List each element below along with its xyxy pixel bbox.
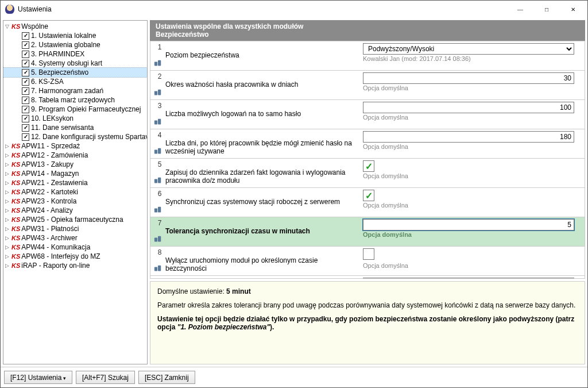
chevron-right-icon[interactable] [3, 143, 10, 149]
checkbox-icon[interactable] [22, 32, 29, 40]
checkbox-icon[interactable] [22, 41, 29, 49]
tree-module-4[interactable]: KS APW21 - Zestawienia [3, 178, 147, 187]
checkbox-icon[interactable] [22, 124, 29, 132]
tree-module-7[interactable]: KS APW24 - Analizy [3, 206, 147, 215]
tree-item-6[interactable]: 7. Harmonogram zadań [3, 86, 147, 95]
tree-item-label: 2. Ustawienia globalne [31, 40, 100, 49]
setting-row-8[interactable]: 8 Wyłącz uruchomiony moduł po określonym… [150, 247, 585, 276]
svg-rect-15 [158, 266, 161, 271]
chevron-right-icon[interactable] [3, 244, 10, 251]
tree-module-13[interactable]: KS iRAP - Raporty on-line [3, 261, 147, 270]
setting-hint: Opcja domyślna [363, 262, 574, 269]
settings-list[interactable]: 1 Poziom bezpieczeństwa Podwyższony/Wyso… [150, 41, 585, 279]
svg-rect-6 [154, 149, 157, 153]
setting-row-1[interactable]: 1 Poziom bezpieczeństwa Podwyższony/Wyso… [150, 41, 585, 71]
checkbox-icon[interactable] [22, 78, 29, 86]
checkbox-icon[interactable] [22, 51, 29, 58]
tree-item-7[interactable]: 8. Tabela marż urzędowych [3, 95, 147, 105]
checkbox-icon[interactable] [22, 87, 29, 95]
setting-checkbox-6[interactable] [363, 190, 374, 201]
checkbox-icon[interactable] [22, 60, 29, 67]
close-footer-button[interactable]: [ESC] Zamknij [138, 371, 195, 384]
chevron-right-icon[interactable] [3, 161, 10, 168]
setting-row-9[interactable]: 9 Czas bezczynności po jakim nastąpi zam… [150, 276, 585, 279]
chevron-down-icon[interactable] [3, 23, 10, 30]
chevron-right-icon[interactable] [3, 262, 10, 269]
chevron-right-icon[interactable] [3, 179, 10, 186]
svg-rect-5 [158, 119, 161, 125]
tree-module-1[interactable]: KS APW12 - Zamówienia [3, 151, 147, 160]
chevron-right-icon[interactable] [3, 235, 10, 241]
tree-item-11[interactable]: 12. Dane konfiguracji systemu Spartavity [3, 132, 147, 141]
chevron-right-icon[interactable] [3, 207, 10, 214]
checkbox-icon[interactable] [22, 106, 29, 113]
setting-input-9[interactable] [363, 278, 574, 279]
tree-item-label: 12. Dane konfiguracji systemu Spartavity [31, 132, 148, 141]
tree-root[interactable]: KS Wspólne [3, 22, 147, 31]
checkbox-icon[interactable] [22, 133, 29, 141]
ks-icon: KS [11, 224, 20, 233]
setting-icon [154, 176, 163, 186]
tree-module-8[interactable]: KS APW25 - Opieka farmaceutyczna [3, 215, 147, 224]
setting-label: Tolerancja synchronizacji czasu w minuta… [165, 219, 316, 244]
tree-item-10[interactable]: 11. Dane serwisanta [3, 123, 147, 132]
tree-module-5[interactable]: KS APW22 - Kartoteki [3, 187, 147, 197]
chevron-right-icon[interactable] [3, 216, 10, 223]
setting-checkbox-8[interactable] [363, 248, 374, 260]
tree-module-6[interactable]: KS APW23 - Kontrola [3, 197, 147, 206]
tree-item-8[interactable]: 9. Program Opieki Farmaceutycznej [3, 105, 147, 114]
setting-input-3[interactable] [363, 102, 574, 113]
tree-module-0[interactable]: KS APW11 - Sprzedaż [3, 141, 147, 151]
tree-item-4[interactable]: 5. Bezpieczeństwo [3, 68, 147, 77]
setting-label: Synchronizuj czas systemowy stacji roboc… [165, 190, 346, 215]
ks-icon: KS [11, 261, 20, 270]
checkbox-icon[interactable] [22, 69, 29, 76]
tree-module-3[interactable]: KS APW14 - Magazyn [3, 169, 147, 178]
svg-rect-1 [158, 60, 161, 66]
chevron-right-icon[interactable] [3, 225, 10, 232]
setting-input-7[interactable] [363, 219, 574, 231]
tree-item-label: 5. Bezpieczeństwo [31, 68, 88, 77]
tree-module-label: APW24 - Analizy [21, 206, 72, 215]
setting-checkbox-5[interactable] [363, 160, 374, 172]
tree-module-9[interactable]: KS APW31 - Płatności [3, 224, 147, 233]
tree-item-5[interactable]: 6. KS-ZSA [3, 77, 147, 86]
checkbox-icon[interactable] [22, 97, 29, 104]
chevron-right-icon[interactable] [3, 152, 10, 159]
tree-module-11[interactable]: KS APW44 - Komunikacja [3, 243, 147, 252]
tree-module-10[interactable]: KS APW43 - Archiwer [3, 233, 147, 243]
nav-tree[interactable]: KS Wspólne 1. Ustawienia lokalne 2. Usta… [3, 20, 148, 364]
setting-row-4[interactable]: 4 Liczba dni, po której pracownik będzie… [150, 129, 585, 159]
close-button[interactable]: ✕ [560, 1, 586, 18]
settings-button[interactable]: [F12] Ustawienia [4, 371, 72, 384]
svg-rect-2 [154, 91, 157, 95]
tree-item-2[interactable]: 3. PHARMINDEX [3, 49, 147, 59]
setting-select-1[interactable]: Podwyższony/Wysoki [363, 43, 574, 55]
svg-rect-11 [158, 207, 161, 213]
chevron-right-icon[interactable] [3, 170, 10, 177]
checkbox-icon[interactable] [22, 115, 29, 122]
tree-item-9[interactable]: 10. LEKsykon [3, 114, 147, 123]
chevron-right-icon[interactable] [3, 198, 10, 205]
setting-row-7[interactable]: 7 Tolerancja synchronizacji czasu w minu… [150, 217, 585, 247]
maximize-button[interactable]: □ [533, 1, 560, 18]
setting-row-3[interactable]: 3 Liczba możliwych logowań na to samo ha… [150, 100, 585, 129]
tree-module-12[interactable]: KS APW68 - Interfejsy do MZ [3, 252, 147, 261]
tree-item-3[interactable]: 4. Systemy obsługi kart [3, 59, 147, 68]
tree-item-1[interactable]: 2. Ustawienia globalne [3, 40, 147, 49]
chevron-right-icon[interactable] [3, 253, 10, 260]
tree-module-label: APW13 - Zakupy [21, 160, 74, 169]
search-button[interactable]: [Alt+F7] Szukaj [76, 371, 135, 384]
setting-row-2[interactable]: 2 Okres ważności hasła pracownika w dnia… [150, 71, 585, 100]
setting-row-6[interactable]: 6 Synchronizuj czas systemowy stacji rob… [150, 188, 585, 217]
tree-module-label: APW14 - Magazyn [21, 169, 79, 178]
setting-row-5[interactable]: 5 Zapisuj do dziennika zdarzeń fakt logo… [150, 159, 585, 188]
setting-input-2[interactable] [363, 72, 574, 84]
setting-input-4[interactable] [363, 131, 574, 143]
tree-item-0[interactable]: 1. Ustawienia lokalne [3, 31, 147, 40]
chevron-right-icon[interactable] [3, 189, 10, 195]
minimize-button[interactable]: — [507, 1, 533, 18]
tree-module-2[interactable]: KS APW13 - Zakupy [3, 160, 147, 169]
svg-rect-12 [154, 237, 157, 241]
setting-hint: Opcja domyślna [363, 84, 574, 91]
